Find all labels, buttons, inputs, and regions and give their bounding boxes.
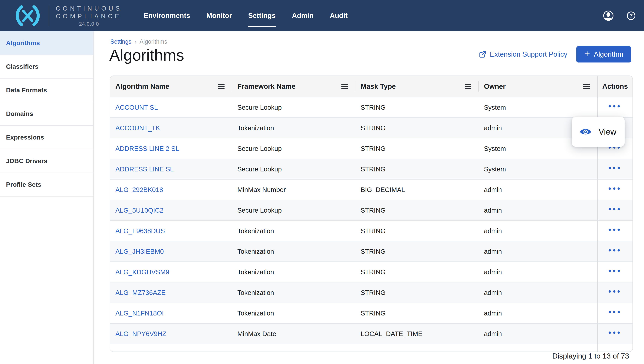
algorithm-name-link[interactable]: ALG_F9638DUS bbox=[116, 227, 165, 235]
brand-divider bbox=[49, 6, 49, 26]
table-row: ALG_JH3IEBM0TokenizationSTRINGadmin••• bbox=[110, 241, 632, 262]
table-body: ACCOUNT SLSecure LookupSTRINGSystem•••AC… bbox=[110, 97, 632, 352]
table-row: ALG_KDGHVSM9TokenizationSTRINGadmin••• bbox=[110, 262, 632, 282]
table-row: ALG_TIZ473IISecure LookupSTRINGadmin••• bbox=[110, 344, 632, 352]
column-label: Actions bbox=[602, 83, 628, 90]
row-actions-button[interactable]: ••• bbox=[608, 102, 622, 110]
algorithm-name-link[interactable]: ALG_5U10QIC2 bbox=[116, 207, 164, 214]
eye-icon bbox=[579, 127, 592, 136]
row-actions-button[interactable]: ••• bbox=[608, 308, 622, 316]
breadcrumb-settings-link[interactable]: Settings bbox=[110, 38, 132, 45]
topbar-icons: ? bbox=[603, 10, 635, 21]
framework-name-cell: Tokenization bbox=[232, 227, 355, 235]
algorithm-name-link[interactable]: ALG_NPY6V9HZ bbox=[116, 330, 166, 337]
column-menu-icon[interactable] bbox=[218, 84, 224, 89]
mask-type-cell: STRING bbox=[355, 248, 479, 255]
sidebar: AlgorithmsClassifiersData FormatsDomains… bbox=[0, 31, 94, 364]
row-actions-button[interactable]: ••• bbox=[608, 164, 622, 172]
nav-item-environments[interactable]: Environments bbox=[144, 0, 190, 31]
table-row: ALG_F9638DUSTokenizationSTRINGadmin••• bbox=[110, 221, 632, 241]
column-header-owner: Owner bbox=[479, 76, 597, 97]
view-menu-item[interactable]: View bbox=[598, 127, 616, 136]
column-header-algorithm-name: Algorithm Name bbox=[110, 76, 232, 97]
mask-type-cell: BIG_DECIMAL bbox=[355, 186, 479, 194]
mask-type-cell: STRING bbox=[355, 350, 479, 352]
sidebar-item-data-formats[interactable]: Data Formats bbox=[0, 79, 93, 102]
external-link-icon bbox=[479, 51, 486, 58]
brand-text: CONTINUOUS COMPLIANCE 24.0.0.0 bbox=[56, 5, 122, 27]
column-menu-icon[interactable] bbox=[342, 84, 348, 89]
extension-support-policy-link[interactable]: Extension Support Policy bbox=[479, 50, 567, 58]
mask-type-cell: STRING bbox=[355, 309, 479, 317]
mask-type-cell: STRING bbox=[355, 145, 479, 152]
table-header-row: Algorithm Name Framework Name Mask Type … bbox=[110, 76, 632, 97]
framework-name-cell: Secure Lookup bbox=[232, 104, 355, 111]
algorithm-name-link[interactable]: ALG_KDGHVSM9 bbox=[116, 268, 169, 276]
algorithm-name-link[interactable]: ACCOUNT SL bbox=[116, 104, 158, 111]
framework-name-cell: Secure Lookup bbox=[232, 350, 355, 352]
row-actions-button[interactable]: ••• bbox=[608, 329, 622, 337]
nav-item-admin[interactable]: Admin bbox=[292, 0, 314, 31]
owner-cell: admin bbox=[479, 186, 597, 194]
row-actions-button[interactable]: ••• bbox=[608, 246, 622, 254]
column-menu-icon[interactable] bbox=[465, 84, 471, 89]
framework-name-cell: Tokenization bbox=[232, 248, 355, 255]
column-menu-icon[interactable] bbox=[583, 84, 590, 89]
nav-item-monitor[interactable]: Monitor bbox=[206, 0, 232, 31]
row-actions-button[interactable]: ••• bbox=[608, 267, 622, 275]
algorithm-name-link[interactable]: ACCOUNT_TK bbox=[116, 124, 160, 132]
sidebar-item-domains[interactable]: Domains bbox=[0, 102, 93, 126]
top-bar: CONTINUOUS COMPLIANCE 24.0.0.0 Environme… bbox=[0, 0, 644, 31]
row-actions-button[interactable]: ••• bbox=[608, 226, 622, 234]
account-icon[interactable] bbox=[603, 10, 614, 21]
mask-type-cell: LOCAL_DATE_TIME bbox=[355, 330, 479, 337]
nav-item-settings[interactable]: Settings bbox=[248, 0, 276, 31]
row-actions-button[interactable]: ••• bbox=[608, 185, 622, 193]
row-actions-button[interactable]: ••• bbox=[608, 349, 622, 352]
table-row: ALG_NPY6V9HZMinMax DateLOCAL_DATE_TIMEad… bbox=[110, 324, 632, 344]
framework-name-cell: MinMax Date bbox=[232, 330, 355, 337]
algorithm-name-link[interactable]: ALG_292BK018 bbox=[116, 186, 163, 193]
mask-type-cell: STRING bbox=[355, 104, 479, 111]
mask-type-cell: STRING bbox=[355, 124, 479, 132]
column-label: Framework Name bbox=[237, 83, 296, 90]
table-row: ADDRESS LINE SLSecure LookupSTRINGSystem… bbox=[110, 159, 632, 179]
header-actions: Extension Support Policy + Algorithm bbox=[479, 46, 631, 63]
mask-type-cell: STRING bbox=[355, 289, 479, 296]
sidebar-item-expressions[interactable]: Expressions bbox=[0, 126, 93, 149]
algorithm-name-link[interactable]: ALG_N1FN18OI bbox=[116, 309, 164, 317]
page-title: Algorithms bbox=[109, 46, 184, 65]
owner-cell: admin bbox=[479, 248, 597, 255]
column-header-actions: Actions bbox=[597, 76, 632, 97]
brand-line1: CONTINUOUS bbox=[56, 5, 122, 12]
algorithm-name-link[interactable]: ALG_MZ736AZE bbox=[116, 289, 166, 296]
algorithm-name-link[interactable]: ADDRESS LINE SL bbox=[116, 165, 174, 173]
owner-cell: admin bbox=[479, 330, 597, 337]
nav-item-audit[interactable]: Audit bbox=[330, 0, 348, 31]
framework-name-cell: Secure Lookup bbox=[232, 207, 355, 214]
owner-cell: admin bbox=[479, 309, 597, 317]
help-icon[interactable]: ? bbox=[627, 12, 635, 20]
table-row: ACCOUNT SLSecure LookupSTRINGSystem••• bbox=[110, 97, 632, 118]
sidebar-item-algorithms[interactable]: Algorithms bbox=[0, 31, 93, 55]
column-header-framework-name: Framework Name bbox=[232, 76, 355, 97]
add-algorithm-button[interactable]: + Algorithm bbox=[576, 46, 631, 63]
algorithm-name-link[interactable]: ALG_JH3IEBM0 bbox=[116, 248, 164, 255]
sidebar-item-classifiers[interactable]: Classifiers bbox=[0, 55, 93, 79]
sidebar-item-jdbc-drivers[interactable]: JDBC Drivers bbox=[0, 149, 93, 173]
framework-name-cell: Tokenization bbox=[232, 268, 355, 276]
brand-line2: COMPLIANCE bbox=[56, 12, 122, 20]
add-button-label: Algorithm bbox=[594, 50, 623, 58]
algorithm-name-link[interactable]: ALG_TIZ473II bbox=[116, 350, 157, 352]
column-label: Algorithm Name bbox=[116, 83, 169, 90]
delphix-logo-icon bbox=[14, 5, 42, 26]
sidebar-item-profile-sets[interactable]: Profile Sets bbox=[0, 173, 93, 197]
question-glyph: ? bbox=[629, 13, 633, 19]
algorithm-name-link[interactable]: ADDRESS LINE 2 SL bbox=[116, 145, 179, 152]
row-actions-button[interactable]: ••• bbox=[608, 288, 622, 295]
row-actions-button[interactable]: ••• bbox=[608, 205, 622, 213]
row-action-menu: View bbox=[572, 117, 624, 147]
mask-type-cell: STRING bbox=[355, 268, 479, 276]
table-row: ALG_292BK018MinMax NumberBIG_DECIMALadmi… bbox=[110, 179, 632, 200]
column-header-mask-type: Mask Type bbox=[355, 76, 479, 97]
